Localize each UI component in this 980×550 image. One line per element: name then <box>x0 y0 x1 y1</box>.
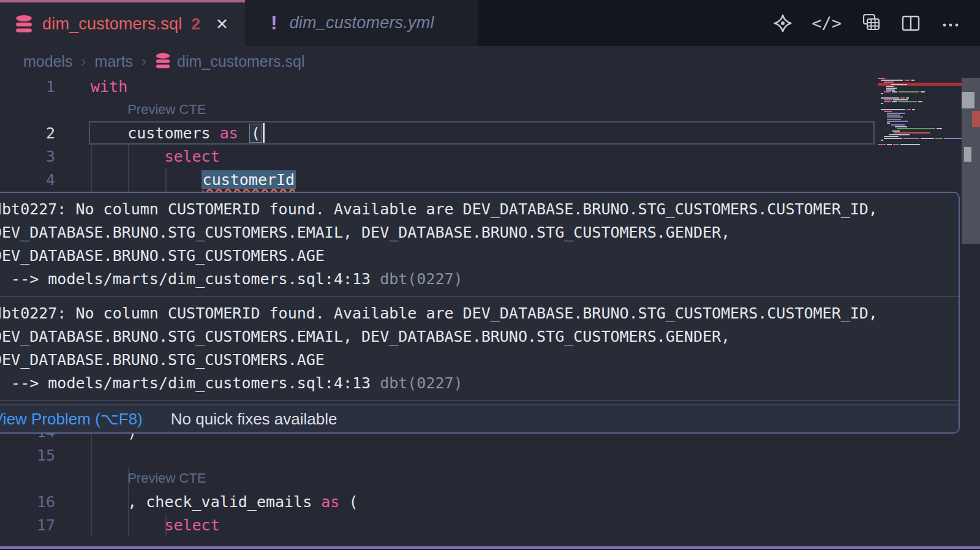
minimap-code-segment <box>887 113 905 114</box>
error-message-line: dbt0227: No column CUSTOMERID found. Ava… <box>0 302 959 325</box>
error-hover-body: dbt0227: No column CUSTOMERID found. Ava… <box>0 193 959 401</box>
minimap-code-segment <box>886 88 897 89</box>
split-editor-icon[interactable] <box>900 13 921 34</box>
code-content: select <box>91 148 220 165</box>
quick-fix-status: No quick fixes available <box>171 410 337 429</box>
code-token: ( <box>339 493 358 511</box>
minimap-code-segment <box>893 144 899 145</box>
database-icon <box>155 53 171 70</box>
minimap-code-segment <box>937 128 942 129</box>
copy-table-icon[interactable] <box>860 13 882 34</box>
minimap-code-segment <box>921 138 934 139</box>
breadcrumb-item-marts[interactable]: marts <box>95 53 134 70</box>
minimap-code-segment <box>935 138 943 139</box>
code-content: Preview CTE <box>91 470 206 486</box>
tab-dim-customers-yml[interactable]: ! dim_customers.yml <box>245 0 478 46</box>
minimap-code-segment <box>884 99 892 100</box>
code-line-15: 15 <box>0 443 980 467</box>
breadcrumb-file-label: dim_customers.sql <box>177 53 304 70</box>
line-number: 2 <box>0 124 55 142</box>
overview-ruler-modified-marker <box>962 92 974 108</box>
minimap-code-segment <box>899 91 919 92</box>
minimap-code-segment <box>884 101 891 102</box>
minimap-code-segment <box>887 119 901 120</box>
code-token: as <box>321 493 339 511</box>
code-token: with <box>91 78 127 96</box>
hover-status-bar: View Problem (⌥F8) No quick fixes availa… <box>0 404 959 432</box>
tab-dim-customers-sql[interactable]: dim_customers.sql 2 ✕ <box>0 0 245 46</box>
minimap-code-segment <box>891 84 907 85</box>
minimap-code-segment <box>905 80 910 81</box>
minimap-code-segment <box>887 121 908 122</box>
line-number: 15 <box>0 446 55 464</box>
minimap-code-segment <box>912 109 915 110</box>
code-token: select <box>164 516 219 534</box>
code-area-top[interactable]: 1withPreview CTE2customers as (3select4c… <box>0 75 980 191</box>
code-content: Preview CTE <box>91 102 206 118</box>
vscode-window: dim_customers.sql 2 ✕ ! dim_customers.ym… <box>0 0 980 550</box>
error-message-block: dbt0227: No column CUSTOMERID found. Ava… <box>0 193 959 297</box>
minimap-code-segment <box>907 109 911 110</box>
error-location-line: --> models/marts/dim_customers.sql:4:13 … <box>0 372 959 395</box>
minimap-code-segment <box>892 91 897 92</box>
close-icon[interactable]: ✕ <box>216 15 228 33</box>
code-token: select <box>164 148 219 165</box>
code-line-1: 1with <box>0 75 980 98</box>
minimap-code-segment <box>944 138 962 139</box>
minimap-code-segment <box>881 80 903 81</box>
error-file-location[interactable]: --> models/marts/dim_customers.sql:4:13 <box>0 270 380 288</box>
open-editors-code-icon[interactable]: </> <box>812 13 842 32</box>
error-code: dbt(0227) <box>380 374 462 392</box>
minimap-code-segment <box>884 81 894 83</box>
more-actions-icon[interactable] <box>940 13 962 34</box>
breadcrumb-item-models[interactable]: models <box>23 53 73 70</box>
error-hover-panel: dbt0227: No column CUSTOMERID found. Ava… <box>0 192 960 434</box>
code-line-16: 16, check_valid_emails as ( <box>0 490 980 513</box>
error-location-line: --> models/marts/dim_customers.sql:4:13 … <box>0 268 959 291</box>
breadcrumb-item-file[interactable]: dim_customers.sql <box>155 53 304 70</box>
chevron-right-icon: › <box>81 53 86 70</box>
minimap-code-segment <box>881 93 883 94</box>
overview-ruler-modified-marker <box>964 147 971 162</box>
code-line-17: 17select <box>0 513 980 537</box>
minimap-code-segment <box>881 103 883 104</box>
minimap-code-segment <box>884 136 899 137</box>
error-highlighted-word: customerId <box>202 170 296 189</box>
error-message-line: DEV_DATABASE.BRUNO.STG_CUSTOMERS.EMAIL, … <box>0 221 959 244</box>
line-number: 1 <box>0 78 55 96</box>
minimap-code-segment <box>884 91 891 92</box>
minimap-code-segment <box>921 91 925 92</box>
code-content: with <box>91 78 127 96</box>
dbt-icon[interactable] <box>772 13 793 34</box>
code-area-bottom[interactable]: 14)15Preview CTE16, check_valid_emails a… <box>0 420 980 537</box>
code-line-3: 3select <box>0 145 980 168</box>
minimap-code-segment <box>891 124 905 126</box>
error-message-line: DEV_DATABASE.BRUNO.STG_CUSTOMERS.AGE <box>0 348 959 372</box>
minimap-code-segment <box>895 126 907 127</box>
problems-count-badge: 2 <box>191 15 200 34</box>
error-file-location[interactable]: --> models/marts/dim_customers.sql:4:13 <box>0 374 380 392</box>
codelens-preview-cte[interactable]: Preview CTE <box>127 102 206 118</box>
minimap-code-segment <box>887 116 903 118</box>
minimap-code-segment <box>903 138 919 139</box>
code-content: customerId <box>91 170 296 189</box>
warning-icon: ! <box>271 12 277 34</box>
minimap-code-segment <box>886 86 894 87</box>
code-content: , check_valid_emails as ( <box>91 493 358 511</box>
code-line-2: 2customers as ( <box>0 121 980 145</box>
minimap-code-segment <box>918 101 922 102</box>
minimap-code-segment <box>881 140 883 141</box>
code-lens-row: Preview CTE <box>0 467 980 490</box>
code-token: customers <box>127 124 210 142</box>
view-problem-link[interactable]: View Problem (⌥F8) <box>0 410 143 429</box>
text-cursor <box>263 123 265 143</box>
error-message-line: DEV_DATABASE.BRUNO.STG_CUSTOMERS.EMAIL, … <box>0 325 959 348</box>
code-content: customers as ( <box>91 123 265 143</box>
minimap-code-segment <box>889 134 910 135</box>
codelens-preview-cte[interactable]: Preview CTE <box>127 470 206 486</box>
minimap[interactable] <box>878 78 962 150</box>
line-number: 4 <box>0 171 55 189</box>
line-number: 16 <box>0 493 55 511</box>
code-token <box>211 124 220 142</box>
chevron-right-icon: › <box>141 53 146 70</box>
